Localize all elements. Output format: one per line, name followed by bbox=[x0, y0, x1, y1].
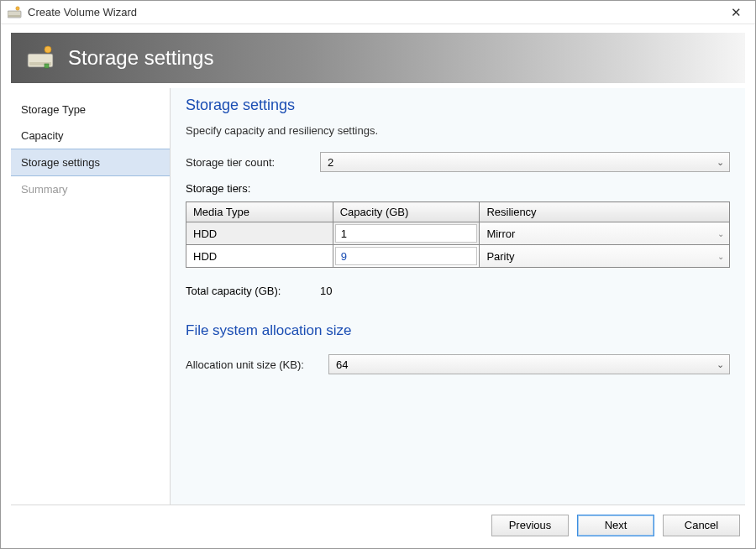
wizard-window: Create Volume Wizard ✕ Storage settings … bbox=[0, 0, 756, 549]
storage-tiers-table: Media Type Capacity (GB) Resiliency HDD … bbox=[186, 201, 730, 268]
close-icon: ✕ bbox=[731, 5, 742, 20]
tier-resiliency-value: Parity bbox=[486, 250, 514, 263]
nav-capacity[interactable]: Capacity bbox=[11, 123, 170, 149]
col-capacity[interactable]: Capacity (GB) bbox=[333, 202, 480, 222]
cancel-button[interactable]: Cancel bbox=[663, 515, 740, 536]
previous-button[interactable]: Previous bbox=[491, 515, 569, 536]
col-media-type[interactable]: Media Type bbox=[186, 202, 333, 222]
tier-resiliency-dropdown[interactable]: Mirror ⌄ bbox=[480, 222, 729, 244]
tier-capacity-input[interactable] bbox=[335, 224, 478, 243]
wizard-footer: Previous Next Cancel bbox=[11, 505, 745, 545]
chevron-down-icon: ⌄ bbox=[717, 229, 724, 238]
filesystem-heading: File system allocation size bbox=[186, 322, 730, 339]
close-button[interactable]: ✕ bbox=[722, 3, 750, 22]
banner-heading: Storage settings bbox=[68, 46, 213, 70]
titlebar: Create Volume Wizard ✕ bbox=[1, 1, 755, 24]
tier-count-label: Storage tier count: bbox=[186, 156, 320, 169]
storage-tiers-label: Storage tiers: bbox=[186, 182, 730, 195]
chevron-down-icon: ⌄ bbox=[717, 157, 724, 168]
wizard-nav: Storage Type Capacity Storage settings S… bbox=[11, 88, 171, 505]
wizard-icon bbox=[8, 6, 23, 19]
col-resiliency[interactable]: Resiliency bbox=[480, 202, 730, 222]
tier-row: HDD Mirror ⌄ bbox=[186, 222, 730, 245]
tier-row: HDD Parity ⌄ bbox=[186, 245, 730, 268]
next-button[interactable]: Next bbox=[577, 515, 654, 536]
nav-storage-settings[interactable]: Storage settings bbox=[11, 149, 170, 176]
nav-storage-type[interactable]: Storage Type bbox=[11, 97, 170, 123]
tier-count-dropdown[interactable]: 2 ⌄ bbox=[320, 152, 730, 172]
svg-point-6 bbox=[45, 46, 51, 53]
storage-settings-heading: Storage settings bbox=[186, 97, 730, 114]
chevron-down-icon: ⌄ bbox=[717, 359, 724, 370]
storage-settings-description: Specify capacity and resiliency settings… bbox=[186, 124, 730, 137]
svg-rect-5 bbox=[45, 64, 49, 68]
tier-count-value: 2 bbox=[328, 156, 333, 169]
total-capacity-value: 10 bbox=[320, 285, 332, 297]
tier-capacity-input[interactable] bbox=[335, 247, 478, 265]
svg-rect-1 bbox=[8, 15, 20, 17]
drive-icon bbox=[26, 45, 56, 71]
alloc-size-dropdown[interactable]: 64 ⌄ bbox=[328, 354, 730, 374]
svg-point-2 bbox=[16, 6, 19, 9]
tier-resiliency-value: Mirror bbox=[486, 227, 515, 240]
alloc-size-value: 64 bbox=[336, 358, 348, 371]
tier-resiliency-dropdown[interactable]: Parity ⌄ bbox=[480, 245, 729, 267]
banner: Storage settings bbox=[11, 33, 745, 83]
window-title: Create Volume Wizard bbox=[28, 6, 722, 18]
nav-summary[interactable]: Summary bbox=[11, 176, 170, 202]
alloc-size-label: Allocation unit size (KB): bbox=[186, 358, 328, 371]
total-capacity-label: Total capacity (GB): bbox=[186, 285, 320, 297]
tier-media: HDD bbox=[186, 225, 333, 243]
chevron-down-icon: ⌄ bbox=[717, 252, 724, 261]
content-pane: Storage settings Specify capacity and re… bbox=[171, 88, 745, 505]
total-capacity-row: Total capacity (GB): 10 bbox=[186, 285, 730, 297]
tier-media: HDD bbox=[186, 248, 333, 265]
